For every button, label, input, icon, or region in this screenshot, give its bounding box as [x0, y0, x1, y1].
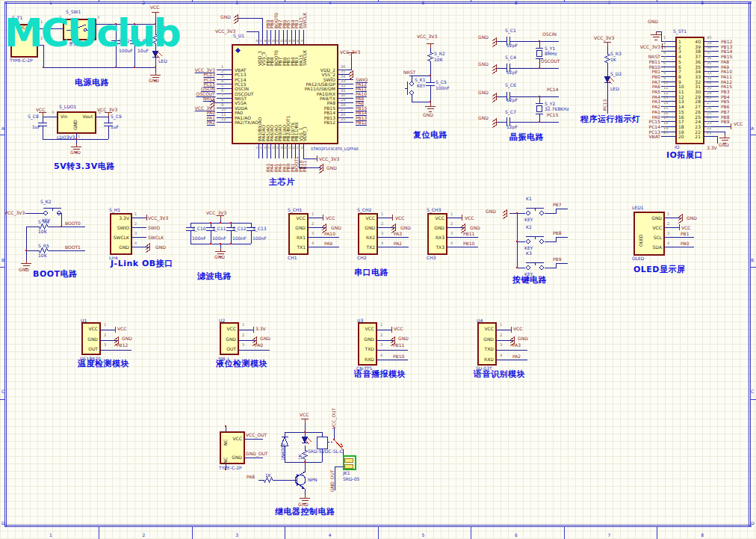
power-net-label: VCC	[300, 412, 309, 417]
io-right-outer-number: 31	[707, 81, 711, 84]
io-right-outer-number: 32	[707, 76, 711, 80]
zone-number-bottom: 8	[701, 532, 704, 538]
component-designator: LED1	[632, 205, 644, 210]
power-net-label: VCC	[681, 225, 690, 230]
component-designator: U1	[81, 318, 87, 323]
mcu-left-net: NRST	[203, 96, 215, 102]
pin-name: GND	[232, 455, 242, 460]
power-net-label: VCC_3V3	[215, 28, 235, 34]
component-designator: S_U1	[233, 33, 244, 38]
power-net-label: VCC_3V3	[594, 35, 614, 40]
io-left-outer-number: 17	[663, 116, 668, 120]
zone-number-top: 5	[421, 0, 424, 5]
io-right-outer-number: 40	[707, 36, 711, 40]
u2-pin-name: GND	[226, 336, 236, 342]
io-right-outer-number: 35	[707, 61, 711, 65]
component-designator: TYPE-C-2P	[10, 58, 33, 63]
net-label: PA10	[324, 231, 335, 236]
net-label: PA8	[247, 474, 255, 479]
io-right-outer-number: 34	[707, 66, 711, 70]
component-designator: S_CH2	[357, 207, 371, 212]
oled-pin-name: SCL	[654, 235, 662, 240]
component-designator: S_R5	[38, 243, 49, 248]
jlink-net: SWIO	[148, 225, 160, 230]
ch2-pin-name: GND	[365, 225, 375, 230]
component-designator: 100nF	[252, 235, 267, 241]
jlink-pin-name: SWCLK	[114, 235, 129, 240]
mcu-top-pin-number: 42	[280, 40, 283, 43]
component-designator: S_Y2	[545, 101, 555, 106]
component-designator: TYPE-C-2P	[219, 465, 242, 470]
pin-number: 2	[99, 111, 101, 114]
u3-pin-name: TXD	[365, 346, 374, 351]
zone-number-top: 8	[701, 0, 704, 5]
component-designator: 100nF	[436, 85, 450, 90]
mcu-left-pin-number: 2	[221, 70, 223, 73]
io-left-outer-number: 2	[663, 41, 666, 45]
mcu-left-pin-number: 10	[221, 108, 226, 111]
mcu-top-pin-name: SWCLK	[302, 50, 307, 66]
component-designator: JK1	[343, 470, 350, 475]
net-label: BOOT1	[65, 244, 81, 250]
schematic-sheet: S_T1VCCTYPE-C-2P12S_SW123开关VCCS_R11KS_C2…	[0, 0, 756, 539]
io-left-outer-number: 14	[663, 101, 668, 105]
mcu-right-pin-number: 26	[341, 113, 345, 117]
net-label: NRST	[403, 70, 415, 75]
mcu-right-pin-name: PB12	[324, 120, 335, 125]
component-designator: LED	[158, 58, 167, 64]
mcu-left-pin-number: 5	[221, 84, 223, 87]
power-net-label: GND	[260, 336, 270, 341]
component-designator: S_LDO1	[59, 104, 76, 109]
net-label: PA3	[394, 231, 402, 236]
power-net-label: GND	[423, 112, 433, 117]
mcu-bottom-pin-number: 13	[255, 147, 258, 150]
io-right-outer-number: 36	[707, 56, 711, 60]
jlink-pin-name: SWIO	[117, 225, 129, 230]
mcu-right-pin-number: 34	[341, 75, 345, 78]
component-designator: KEY	[524, 245, 533, 250]
mcu-top-pin-number: 39	[292, 40, 295, 43]
jlink-net: SWCLK	[148, 235, 164, 240]
component-designator: 1uF	[111, 124, 119, 129]
ch1-pin-name: TX1	[297, 244, 306, 250]
zone-letter-right: A	[751, 126, 754, 131]
caption-temp: 温度检测模块	[78, 361, 129, 366]
jlink-pin-number: 3	[134, 232, 137, 235]
component-designator: S_C4	[505, 55, 516, 60]
mcu-bottom-pin-number: 16	[267, 147, 270, 150]
power-net-label: VCC	[395, 215, 404, 221]
mcu-right-pin-number: 31	[341, 89, 345, 93]
component-designator: CH1	[288, 255, 297, 260]
ch1-pin-name: RX1	[297, 235, 306, 240]
component-designator: S_H1	[109, 207, 120, 212]
zone-number-bottom: 5	[421, 532, 424, 538]
component-designator: S_C5	[436, 79, 447, 84]
oled-pin-number: 4	[667, 241, 669, 245]
component-designator: S_C9	[111, 114, 122, 119]
ch3-pin-number: 4	[450, 241, 453, 245]
mcu-right-pin-number: 32	[341, 84, 345, 87]
io-left-outer-number: 4	[663, 51, 666, 55]
ch1-pin-number: 1	[312, 212, 314, 216]
power-net-label: VCC	[326, 215, 335, 221]
caption-oled: OLED显示屏	[633, 267, 686, 272]
caption-io: IO拓展口	[666, 153, 703, 158]
oled-pin-number: 2	[667, 222, 669, 226]
pin-name: GND	[72, 120, 78, 130]
mcu-top-pin-number: 41	[284, 40, 287, 43]
component-designator: K2	[526, 224, 532, 230]
io-left-outer-number: 13	[663, 96, 668, 99]
component-designator: S_K1	[415, 77, 426, 82]
net-label: VCC_OUT	[246, 432, 267, 437]
mcu-bottom-net: PB11	[302, 161, 307, 172]
ch3-pin-name: RX3	[436, 235, 444, 240]
component-designator: U2	[219, 318, 225, 323]
ch2-pin-name: RX2	[366, 235, 375, 240]
mcu-bottom-pin-number: 19	[280, 147, 283, 150]
mcu-bottom-pin-number: 14	[259, 147, 262, 150]
u4-pin-number: 4	[500, 354, 502, 357]
io-left-outer-number: 12	[663, 91, 668, 95]
power-net-label: GND	[331, 225, 341, 230]
mcu-left-pin-number: 4	[221, 79, 223, 83]
u3-pin-number: 1	[380, 323, 382, 327]
